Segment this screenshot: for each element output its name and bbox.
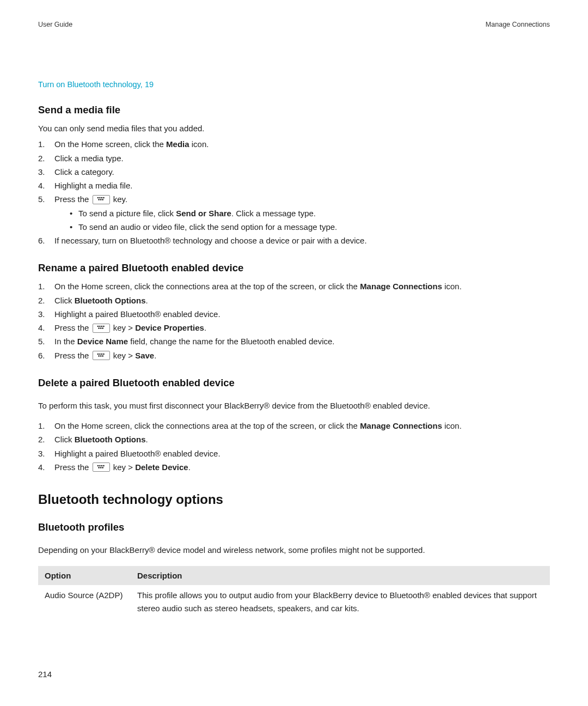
svg-point-0 <box>97 197 98 198</box>
svg-point-20 <box>102 355 103 356</box>
svg-point-10 <box>103 326 104 327</box>
svg-point-4 <box>98 199 99 200</box>
menu-key-icon <box>93 195 110 204</box>
steps-rename: On the Home screen, click the connection… <box>38 280 550 362</box>
heading-send-media-file: Send a media file <box>38 104 550 116</box>
table-row: Audio Source (A2DP) This profile allows … <box>38 585 550 617</box>
svg-point-14 <box>97 353 98 354</box>
step-item: Press the key. To send a picture file, c… <box>38 193 550 233</box>
intro-text: You can only send media files that you a… <box>38 122 550 135</box>
step-item: Press the key > Device Properties. <box>38 321 550 334</box>
menu-key-icon <box>93 351 110 360</box>
svg-point-27 <box>102 467 103 468</box>
cell-option: Audio Source (A2DP) <box>38 585 131 617</box>
svg-point-22 <box>99 465 100 466</box>
profiles-table: Option Description Audio Source (A2DP) T… <box>38 566 550 617</box>
step-item: On the Home screen, click the connection… <box>38 280 550 293</box>
step-item: Highlight a media file. <box>38 179 550 192</box>
heading-bluetooth-options: Bluetooth technology options <box>38 492 550 507</box>
step-item: If necessary, turn on Bluetooth® technol… <box>38 234 550 247</box>
link-turn-on-bluetooth[interactable]: Turn on Bluetooth technology, 19 <box>38 80 550 89</box>
svg-point-6 <box>102 199 103 200</box>
svg-point-7 <box>97 326 98 327</box>
step-item: Click a media type. <box>38 152 550 165</box>
step-item: On the Home screen, click the connection… <box>38 419 550 432</box>
svg-point-5 <box>100 199 101 200</box>
substep-item: To send a picture file, click Send or Sh… <box>54 207 550 220</box>
svg-point-26 <box>100 467 101 468</box>
svg-point-18 <box>98 355 99 356</box>
svg-point-21 <box>97 465 98 466</box>
substeps: To send a picture file, click Send or Sh… <box>54 207 550 234</box>
steps-send-media: On the Home screen, click the Media icon… <box>38 138 550 247</box>
heading-delete-device: Delete a paired Bluetooth enabled device <box>38 377 550 389</box>
table-header-description: Description <box>131 566 550 585</box>
svg-point-13 <box>102 327 103 328</box>
svg-point-23 <box>101 465 102 466</box>
step-item: In the Device Name field, change the nam… <box>38 335 550 348</box>
step-item: Highlight a paired Bluetooth® enabled de… <box>38 308 550 320</box>
step-item: Highlight a paired Bluetooth® enabled de… <box>38 447 550 460</box>
step-item: Press the key > Save. <box>38 349 550 362</box>
page-header: User Guide Manage Connections <box>38 21 550 28</box>
profiles-table-wrap: Option Description Audio Source (A2DP) T… <box>38 566 550 617</box>
svg-point-25 <box>98 467 99 468</box>
step-item: Click Bluetooth Options. <box>38 294 550 307</box>
svg-point-17 <box>103 353 104 354</box>
svg-point-9 <box>101 326 102 327</box>
page-content: User Guide Manage Connections Turn on Bl… <box>0 0 588 638</box>
svg-point-19 <box>100 355 101 356</box>
step-item: Click Bluetooth Options. <box>38 433 550 446</box>
svg-point-11 <box>98 327 99 328</box>
menu-key-icon <box>93 324 110 333</box>
svg-point-8 <box>99 326 100 327</box>
step-item: Click a category. <box>38 166 550 178</box>
cell-description: This profile allows you to output audio … <box>131 585 550 617</box>
svg-point-1 <box>99 197 100 198</box>
svg-point-3 <box>103 197 104 198</box>
menu-key-icon <box>93 462 110 472</box>
svg-point-15 <box>99 353 100 354</box>
svg-point-2 <box>101 197 102 198</box>
header-left: User Guide <box>38 21 72 28</box>
page-number: 214 <box>38 670 52 679</box>
heading-bluetooth-profiles: Bluetooth profiles <box>38 521 550 533</box>
table-header-option: Option <box>38 566 131 585</box>
steps-delete: On the Home screen, click the connection… <box>38 419 550 473</box>
intro-text: Depending on your BlackBerry® device mod… <box>38 544 550 556</box>
heading-rename-device: Rename a paired Bluetooth enabled device <box>38 262 550 274</box>
intro-text: To perform this task, you must first dis… <box>38 399 550 412</box>
svg-point-12 <box>100 327 101 328</box>
svg-point-24 <box>103 465 104 466</box>
step-item: Press the key > Delete Device. <box>38 461 550 473</box>
svg-point-16 <box>101 353 102 354</box>
step-item: On the Home screen, click the Media icon… <box>38 138 550 150</box>
substep-item: To send an audio or video file, click th… <box>54 221 550 233</box>
header-right: Manage Connections <box>486 21 550 28</box>
